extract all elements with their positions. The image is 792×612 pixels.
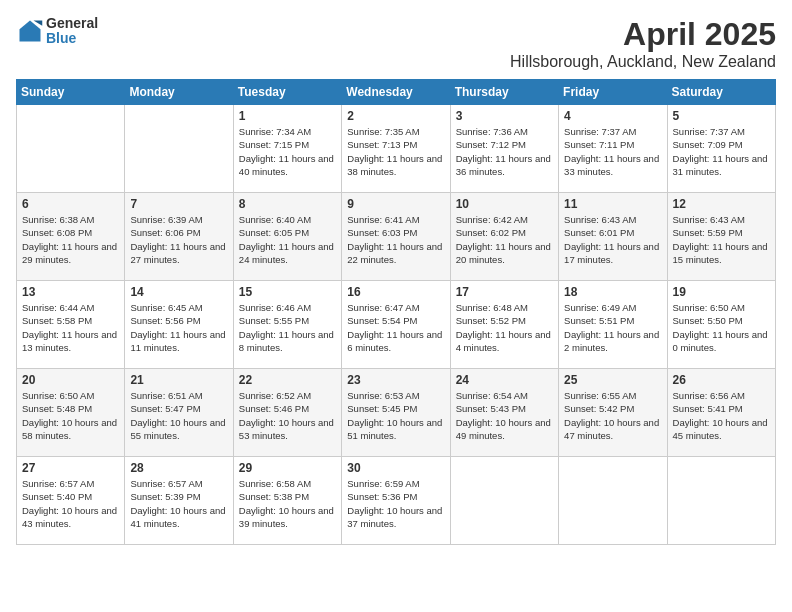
calendar-cell: 24Sunrise: 6:54 AM Sunset: 5:43 PM Dayli… bbox=[450, 369, 558, 457]
day-number: 24 bbox=[456, 373, 553, 387]
day-info: Sunrise: 7:36 AM Sunset: 7:12 PM Dayligh… bbox=[456, 125, 553, 178]
calendar-cell: 18Sunrise: 6:49 AM Sunset: 5:51 PM Dayli… bbox=[559, 281, 667, 369]
calendar-cell: 30Sunrise: 6:59 AM Sunset: 5:36 PM Dayli… bbox=[342, 457, 450, 545]
calendar-cell: 15Sunrise: 6:46 AM Sunset: 5:55 PM Dayli… bbox=[233, 281, 341, 369]
day-info: Sunrise: 6:44 AM Sunset: 5:58 PM Dayligh… bbox=[22, 301, 119, 354]
day-number: 11 bbox=[564, 197, 661, 211]
calendar-cell: 5Sunrise: 7:37 AM Sunset: 7:09 PM Daylig… bbox=[667, 105, 775, 193]
calendar-week-row: 1Sunrise: 7:34 AM Sunset: 7:15 PM Daylig… bbox=[17, 105, 776, 193]
day-number: 29 bbox=[239, 461, 336, 475]
day-info: Sunrise: 7:34 AM Sunset: 7:15 PM Dayligh… bbox=[239, 125, 336, 178]
calendar-week-row: 27Sunrise: 6:57 AM Sunset: 5:40 PM Dayli… bbox=[17, 457, 776, 545]
day-info: Sunrise: 6:51 AM Sunset: 5:47 PM Dayligh… bbox=[130, 389, 227, 442]
day-info: Sunrise: 6:56 AM Sunset: 5:41 PM Dayligh… bbox=[673, 389, 770, 442]
day-info: Sunrise: 6:45 AM Sunset: 5:56 PM Dayligh… bbox=[130, 301, 227, 354]
weekday-header-row: SundayMondayTuesdayWednesdayThursdayFrid… bbox=[17, 80, 776, 105]
day-info: Sunrise: 6:58 AM Sunset: 5:38 PM Dayligh… bbox=[239, 477, 336, 530]
calendar-cell bbox=[17, 105, 125, 193]
day-number: 18 bbox=[564, 285, 661, 299]
calendar-cell: 11Sunrise: 6:43 AM Sunset: 6:01 PM Dayli… bbox=[559, 193, 667, 281]
weekday-header-tuesday: Tuesday bbox=[233, 80, 341, 105]
day-number: 9 bbox=[347, 197, 444, 211]
calendar-cell: 20Sunrise: 6:50 AM Sunset: 5:48 PM Dayli… bbox=[17, 369, 125, 457]
day-number: 6 bbox=[22, 197, 119, 211]
logo-blue: Blue bbox=[46, 31, 98, 46]
title-block: April 2025 Hillsborough, Auckland, New Z… bbox=[510, 16, 776, 71]
day-info: Sunrise: 6:52 AM Sunset: 5:46 PM Dayligh… bbox=[239, 389, 336, 442]
weekday-header-friday: Friday bbox=[559, 80, 667, 105]
day-number: 4 bbox=[564, 109, 661, 123]
calendar-cell: 8Sunrise: 6:40 AM Sunset: 6:05 PM Daylig… bbox=[233, 193, 341, 281]
calendar-cell: 19Sunrise: 6:50 AM Sunset: 5:50 PM Dayli… bbox=[667, 281, 775, 369]
calendar-cell: 29Sunrise: 6:58 AM Sunset: 5:38 PM Dayli… bbox=[233, 457, 341, 545]
calendar-cell: 12Sunrise: 6:43 AM Sunset: 5:59 PM Dayli… bbox=[667, 193, 775, 281]
calendar-cell: 6Sunrise: 6:38 AM Sunset: 6:08 PM Daylig… bbox=[17, 193, 125, 281]
calendar-cell: 9Sunrise: 6:41 AM Sunset: 6:03 PM Daylig… bbox=[342, 193, 450, 281]
day-number: 12 bbox=[673, 197, 770, 211]
calendar-week-row: 13Sunrise: 6:44 AM Sunset: 5:58 PM Dayli… bbox=[17, 281, 776, 369]
day-number: 20 bbox=[22, 373, 119, 387]
day-number: 14 bbox=[130, 285, 227, 299]
calendar-cell: 26Sunrise: 6:56 AM Sunset: 5:41 PM Dayli… bbox=[667, 369, 775, 457]
day-info: Sunrise: 6:39 AM Sunset: 6:06 PM Dayligh… bbox=[130, 213, 227, 266]
day-info: Sunrise: 6:50 AM Sunset: 5:50 PM Dayligh… bbox=[673, 301, 770, 354]
day-number: 26 bbox=[673, 373, 770, 387]
day-number: 8 bbox=[239, 197, 336, 211]
calendar-cell: 13Sunrise: 6:44 AM Sunset: 5:58 PM Dayli… bbox=[17, 281, 125, 369]
day-number: 21 bbox=[130, 373, 227, 387]
day-number: 1 bbox=[239, 109, 336, 123]
day-info: Sunrise: 6:48 AM Sunset: 5:52 PM Dayligh… bbox=[456, 301, 553, 354]
calendar-cell: 27Sunrise: 6:57 AM Sunset: 5:40 PM Dayli… bbox=[17, 457, 125, 545]
day-info: Sunrise: 6:41 AM Sunset: 6:03 PM Dayligh… bbox=[347, 213, 444, 266]
calendar-cell: 25Sunrise: 6:55 AM Sunset: 5:42 PM Dayli… bbox=[559, 369, 667, 457]
calendar-cell: 3Sunrise: 7:36 AM Sunset: 7:12 PM Daylig… bbox=[450, 105, 558, 193]
day-info: Sunrise: 6:57 AM Sunset: 5:39 PM Dayligh… bbox=[130, 477, 227, 530]
calendar-week-row: 6Sunrise: 6:38 AM Sunset: 6:08 PM Daylig… bbox=[17, 193, 776, 281]
calendar-cell bbox=[450, 457, 558, 545]
day-number: 30 bbox=[347, 461, 444, 475]
day-number: 7 bbox=[130, 197, 227, 211]
calendar-table: SundayMondayTuesdayWednesdayThursdayFrid… bbox=[16, 79, 776, 545]
day-number: 16 bbox=[347, 285, 444, 299]
day-info: Sunrise: 6:50 AM Sunset: 5:48 PM Dayligh… bbox=[22, 389, 119, 442]
calendar-cell: 22Sunrise: 6:52 AM Sunset: 5:46 PM Dayli… bbox=[233, 369, 341, 457]
logo-icon bbox=[16, 17, 44, 45]
weekday-header-sunday: Sunday bbox=[17, 80, 125, 105]
weekday-header-wednesday: Wednesday bbox=[342, 80, 450, 105]
day-info: Sunrise: 6:43 AM Sunset: 6:01 PM Dayligh… bbox=[564, 213, 661, 266]
calendar-cell: 21Sunrise: 6:51 AM Sunset: 5:47 PM Dayli… bbox=[125, 369, 233, 457]
calendar-cell: 14Sunrise: 6:45 AM Sunset: 5:56 PM Dayli… bbox=[125, 281, 233, 369]
day-info: Sunrise: 6:59 AM Sunset: 5:36 PM Dayligh… bbox=[347, 477, 444, 530]
calendar-cell: 2Sunrise: 7:35 AM Sunset: 7:13 PM Daylig… bbox=[342, 105, 450, 193]
day-info: Sunrise: 6:47 AM Sunset: 5:54 PM Dayligh… bbox=[347, 301, 444, 354]
day-number: 13 bbox=[22, 285, 119, 299]
day-info: Sunrise: 7:35 AM Sunset: 7:13 PM Dayligh… bbox=[347, 125, 444, 178]
day-info: Sunrise: 6:43 AM Sunset: 5:59 PM Dayligh… bbox=[673, 213, 770, 266]
day-info: Sunrise: 6:46 AM Sunset: 5:55 PM Dayligh… bbox=[239, 301, 336, 354]
day-info: Sunrise: 6:53 AM Sunset: 5:45 PM Dayligh… bbox=[347, 389, 444, 442]
day-number: 23 bbox=[347, 373, 444, 387]
calendar-cell bbox=[559, 457, 667, 545]
calendar-cell bbox=[125, 105, 233, 193]
weekday-header-thursday: Thursday bbox=[450, 80, 558, 105]
day-number: 22 bbox=[239, 373, 336, 387]
day-number: 5 bbox=[673, 109, 770, 123]
weekday-header-monday: Monday bbox=[125, 80, 233, 105]
day-number: 28 bbox=[130, 461, 227, 475]
day-number: 2 bbox=[347, 109, 444, 123]
day-info: Sunrise: 6:57 AM Sunset: 5:40 PM Dayligh… bbox=[22, 477, 119, 530]
calendar-cell: 10Sunrise: 6:42 AM Sunset: 6:02 PM Dayli… bbox=[450, 193, 558, 281]
day-info: Sunrise: 6:49 AM Sunset: 5:51 PM Dayligh… bbox=[564, 301, 661, 354]
day-number: 27 bbox=[22, 461, 119, 475]
calendar-cell bbox=[667, 457, 775, 545]
calendar-week-row: 20Sunrise: 6:50 AM Sunset: 5:48 PM Dayli… bbox=[17, 369, 776, 457]
page-header: General Blue April 2025 Hillsborough, Au… bbox=[16, 16, 776, 71]
logo-general: General bbox=[46, 16, 98, 31]
logo: General Blue bbox=[16, 16, 98, 47]
day-info: Sunrise: 6:38 AM Sunset: 6:08 PM Dayligh… bbox=[22, 213, 119, 266]
calendar-cell: 7Sunrise: 6:39 AM Sunset: 6:06 PM Daylig… bbox=[125, 193, 233, 281]
day-number: 15 bbox=[239, 285, 336, 299]
day-number: 25 bbox=[564, 373, 661, 387]
day-info: Sunrise: 6:40 AM Sunset: 6:05 PM Dayligh… bbox=[239, 213, 336, 266]
day-number: 19 bbox=[673, 285, 770, 299]
